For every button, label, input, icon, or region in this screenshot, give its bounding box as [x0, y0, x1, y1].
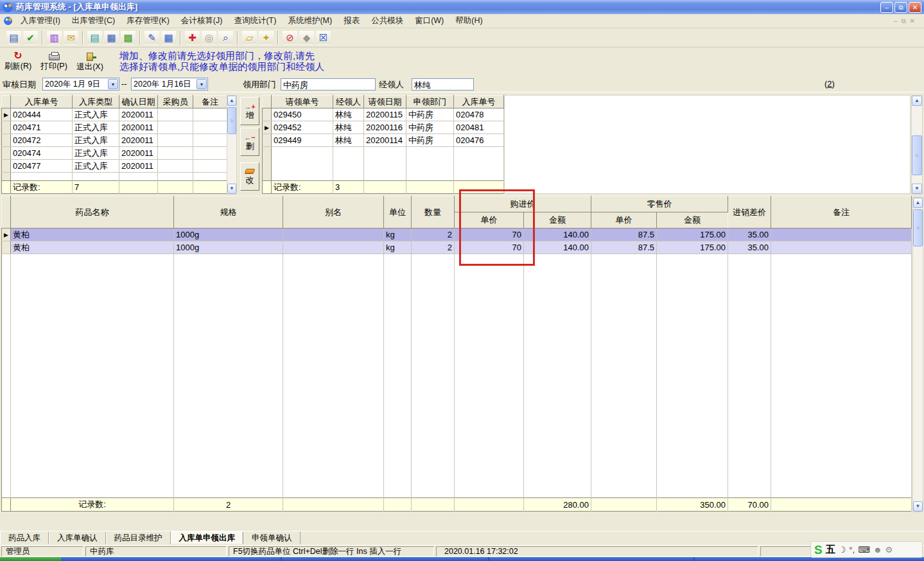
scroll-down-icon[interactable]: ▼ — [912, 184, 922, 194]
search-sparkle-icon[interactable]: ◎ — [202, 30, 216, 45]
cell-alias[interactable] — [283, 229, 384, 241]
cell[interactable]: 2020011 — [119, 108, 158, 121]
cell-retail-price[interactable]: 87.5 — [591, 241, 657, 254]
cell-qty[interactable]: 2 — [412, 241, 455, 254]
cell[interactable]: 20200116 — [364, 121, 406, 134]
key-icon[interactable]: ✦ — [259, 30, 274, 45]
menu-inbound[interactable]: 入库管理(I) — [15, 14, 66, 28]
settings-wrench-icon[interactable]: ⚙ — [885, 545, 893, 555]
calculator-icon[interactable]: ▩ — [121, 30, 135, 45]
delete-button[interactable]: ←− 删 — [240, 128, 259, 156]
edit-cancel-icon[interactable]: ▦ — [104, 30, 119, 45]
close-button[interactable]: ✕ — [909, 2, 921, 13]
handler-input[interactable]: 林纯 — [412, 78, 474, 91]
cell[interactable]: 20200115 — [364, 108, 406, 121]
menu-system[interactable]: 系统维护(M) — [282, 14, 338, 28]
cell[interactable]: 中药房 — [406, 134, 454, 147]
magnifier-icon[interactable]: ⌕ — [218, 30, 233, 45]
mail-check-icon[interactable]: ✉ — [64, 30, 78, 45]
cell[interactable]: 020471 — [11, 121, 73, 134]
scroll-thumb[interactable]: ≡ — [227, 107, 236, 134]
scroll-track[interactable]: ≡ — [227, 106, 236, 184]
cell[interactable]: 林纯 — [333, 108, 364, 121]
chevron-down-icon[interactable]: ▼ — [108, 79, 118, 89]
compose-doc-icon[interactable]: ✎ — [144, 30, 159, 45]
cell[interactable] — [193, 134, 227, 147]
cell[interactable]: 2020011 — [119, 134, 158, 147]
cell[interactable]: 029450 — [272, 108, 333, 121]
table-row[interactable]: 020474正式入库2020011 — [2, 147, 227, 160]
minimize-button[interactable]: – — [880, 2, 893, 13]
cell[interactable]: 020444 — [11, 108, 73, 121]
cell[interactable] — [193, 108, 227, 121]
cell-retail-amount[interactable]: 175.00 — [657, 229, 728, 241]
print-button[interactable]: 打印(P) — [36, 49, 72, 74]
chevron-down-icon[interactable]: ▼ — [196, 79, 207, 89]
cell[interactable] — [158, 121, 193, 134]
add-button[interactable]: →+ 增 — [240, 97, 259, 125]
menu-outbound[interactable]: 出库管理(C) — [66, 14, 121, 28]
wubi-mode-icon[interactable]: 五 — [826, 544, 835, 556]
cell[interactable] — [158, 134, 193, 147]
menu-help[interactable]: 帮助(H) — [449, 14, 488, 28]
table-row[interactable]: 029449林纯20200114中药房020476 — [263, 134, 504, 147]
cell[interactable]: 020478 — [454, 108, 504, 121]
cell-diff[interactable]: 35.00 — [728, 229, 771, 241]
cell[interactable]: 正式入库 — [73, 147, 119, 160]
cell[interactable]: 林纯 — [333, 134, 364, 147]
cell-remark[interactable] — [771, 229, 912, 241]
table-icon[interactable]: ▦ — [161, 30, 176, 45]
cell[interactable] — [158, 160, 193, 173]
close-grid-icon[interactable]: ☒ — [316, 30, 331, 45]
table-row-selected[interactable]: ▶ 黄柏 1000g kg 2 70 140.00 87.5 175.00 35… — [2, 229, 912, 241]
cell-drug-name[interactable]: 黄柏 — [11, 241, 174, 254]
scroll-thumb[interactable]: ≡ — [912, 135, 922, 175]
medical-doc-icon[interactable]: ✚ — [185, 30, 200, 45]
fullwidth-moon-icon[interactable]: ☽ — [839, 545, 846, 555]
cell-drug-name[interactable]: 黄柏 — [11, 229, 174, 241]
cell[interactable]: 020477 — [11, 160, 73, 173]
cell-spec[interactable]: 1000g — [174, 229, 283, 241]
cell[interactable]: 正式入库 — [73, 134, 119, 147]
clipboard-icon[interactable]: ▤ — [87, 30, 102, 45]
eraser-tool-icon[interactable]: ◆ — [299, 30, 314, 45]
table-row[interactable]: 020472正式入库2020011 — [2, 134, 227, 147]
refresh-button[interactable]: ↻ 刷新(R) — [0, 49, 36, 74]
soft-keyboard-icon[interactable]: ⌨ — [858, 545, 870, 555]
cell[interactable] — [193, 160, 227, 173]
scroll-track[interactable]: ≡ — [913, 208, 923, 501]
cell[interactable]: 林纯 — [333, 121, 364, 134]
user-icon[interactable]: ☻ — [873, 545, 882, 555]
cell[interactable]: 020476 — [454, 134, 504, 147]
scroll-down-icon[interactable]: ▼ — [913, 501, 923, 512]
start-button-edge[interactable] — [0, 557, 61, 561]
restore-button[interactable]: ⧉ — [894, 2, 907, 13]
cell[interactable] — [158, 108, 193, 121]
cell-alias[interactable] — [283, 241, 384, 254]
detail-grid-scrollbar[interactable]: ▲ ≡ ▼ — [912, 197, 923, 512]
mdi-minimize-button[interactable]: – — [894, 17, 898, 25]
cell[interactable]: 2020011 — [119, 121, 158, 134]
scroll-down-icon[interactable]: ▼ — [227, 184, 236, 194]
cell-unit[interactable]: kg — [384, 229, 412, 241]
cell-spec[interactable]: 1000g — [174, 241, 283, 254]
cell-qty[interactable]: 2 — [412, 229, 455, 241]
menu-query[interactable]: 查询统计(T) — [228, 14, 282, 28]
tab-drug-inbound[interactable]: 药品入库 — [0, 531, 49, 544]
cell-retail-price[interactable]: 87.5 — [591, 229, 657, 241]
confirm-doc-icon[interactable]: ✔ — [23, 30, 38, 45]
cell[interactable]: 正式入库 — [73, 108, 119, 121]
tab-request-confirm[interactable]: 申领单确认 — [243, 531, 301, 544]
mdi-close-button[interactable]: ✕ — [910, 17, 915, 25]
cell[interactable]: 中药房 — [406, 121, 454, 134]
table-row[interactable]: 020471正式入库2020011 — [2, 121, 227, 134]
table-row-selected[interactable]: 黄柏 1000g kg 2 70 140.00 87.5 175.00 35.0… — [2, 241, 912, 254]
cell[interactable] — [158, 147, 193, 160]
cell[interactable]: 020472 — [11, 134, 73, 147]
sogou-logo-icon[interactable]: S — [814, 544, 823, 556]
top-section-scrollbar[interactable]: ▲ ≡ ▼ — [911, 95, 923, 194]
cell[interactable]: 2020011 — [119, 147, 158, 160]
menu-stock[interactable]: 库存管理(K) — [121, 14, 175, 28]
scroll-track[interactable]: ≡ — [912, 106, 922, 184]
cell-retail-amount[interactable]: 175.00 — [657, 241, 728, 254]
